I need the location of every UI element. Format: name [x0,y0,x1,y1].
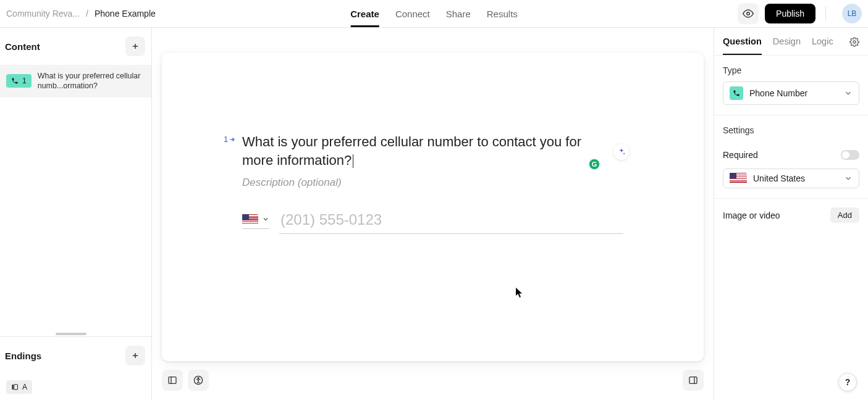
breadcrumb-form-name[interactable]: Phone Example [95,9,156,19]
eye-icon [743,8,754,19]
svg-rect-12 [689,377,697,384]
add-ending-button[interactable] [125,346,145,365]
question-title-input[interactable]: What is your preferred cellular number t… [242,133,588,169]
plus-icon [131,42,140,51]
phone-number-input[interactable] [279,209,623,234]
type-value: Phone Number [749,88,807,98]
panel-right-icon [688,375,698,385]
tab-connect[interactable]: Connect [395,0,430,27]
accessibility-icon [193,375,203,385]
plus-icon [131,351,140,360]
required-label: Required [723,150,758,160]
phone-icon [11,77,19,85]
ending-letter: A [22,383,27,391]
tab-question[interactable]: Question [723,36,762,55]
top-nav: Create Connect Share Results [350,0,518,27]
country-code-dropdown[interactable] [242,214,269,229]
gear-icon [849,37,859,47]
tab-create[interactable]: Create [350,0,379,27]
add-question-button[interactable] [125,36,145,56]
us-flag-icon [730,173,747,184]
preview-button[interactable] [738,3,759,24]
default-country-dropdown[interactable]: United States [723,169,859,188]
breadcrumb-separator: / [86,9,88,19]
ending-item-a[interactable]: A [0,374,151,400]
breadcrumb-project[interactable]: Community Reva... [6,9,80,19]
canvas-area: 1 What is your preferred cellular number… [152,28,714,400]
chevron-down-icon [262,215,269,223]
tab-logic[interactable]: Logic [812,36,833,55]
svg-point-0 [747,12,750,15]
scroll-indicator [56,333,86,335]
arrow-right-icon [229,136,235,143]
settings-label: Settings [723,125,859,135]
chevron-down-icon [844,174,853,183]
question-badge: 1 [6,74,32,88]
ending-icon [11,383,19,391]
sparkle-icon [617,148,626,156]
cursor-icon [515,287,524,298]
question-item-1[interactable]: 1 What is your preferred cellular numb..… [0,65,151,98]
svg-point-11 [198,378,199,379]
ending-badge: A [6,380,32,394]
breadcrumb: Community Reva... / Phone Example [6,9,156,19]
accessibility-button[interactable] [188,370,209,391]
country-value: United States [753,173,805,183]
svg-rect-5 [12,385,14,390]
text-caret [353,154,353,168]
required-toggle[interactable] [841,150,859,160]
question-number: 1 [22,77,27,85]
help-button[interactable]: ? [838,373,857,391]
settings-gear-button[interactable] [849,37,859,54]
svg-point-14 [853,41,856,43]
add-media-button[interactable]: Add [830,207,859,223]
type-label: Type [723,65,859,75]
endings-heading: Endings [5,351,41,361]
content-heading: Content [5,41,40,52]
question-preview-text: What is your preferred cellular numb...o… [38,71,145,91]
left-panel: Content 1 What is your preferred cellula… [0,28,152,400]
svg-rect-6 [14,385,18,390]
chevron-down-icon [844,89,853,98]
tab-results[interactable]: Results [487,0,518,27]
collapse-left-button[interactable] [162,370,183,391]
phone-icon [733,90,740,97]
tab-design[interactable]: Design [773,36,801,55]
type-badge [730,86,743,100]
publish-button[interactable]: Publish [765,4,815,23]
panel-left-icon [167,375,177,385]
media-label: Image or video [723,210,780,220]
question-title-text: What is your preferred cellular number t… [242,134,581,168]
qnum-text: 1 [224,135,228,144]
form-canvas[interactable]: 1 What is your preferred cellular number… [162,52,704,361]
description-input[interactable]: Description (optional) [242,177,623,189]
divider [825,6,826,21]
question-number-marker: 1 [224,135,235,144]
svg-rect-8 [169,377,176,384]
question-type-dropdown[interactable]: Phone Number [723,81,859,105]
tab-share[interactable]: Share [446,0,471,27]
right-panel: Question Design Logic Type Phone Number … [714,28,868,400]
avatar[interactable]: LB [842,4,862,23]
grammarly-icon[interactable]: G [588,158,600,170]
us-flag-icon [242,214,258,225]
ai-assist-button[interactable] [613,144,630,160]
collapse-right-button[interactable] [683,370,704,391]
